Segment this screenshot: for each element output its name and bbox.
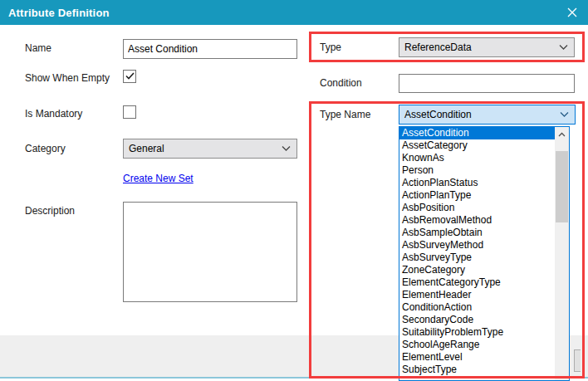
list-item[interactable]: AsbSampleObtain (399, 227, 555, 239)
type-label: Type (320, 42, 341, 53)
show-when-empty-label: Show When Empty (25, 72, 110, 84)
category-selected-value: General (129, 143, 164, 154)
attribute-definition-dialog: Attribute Definition Name Show When Empt… (0, 0, 588, 381)
list-item[interactable]: SubjectType (399, 364, 555, 376)
type-name-select[interactable]: AssetCondition (399, 105, 576, 125)
show-when-empty-checkbox[interactable] (123, 70, 136, 83)
chevron-down-icon (560, 112, 569, 118)
type-name-dropdown-items: AssetCondition AssetCategory KnownAs Per… (399, 127, 555, 380)
list-item[interactable]: AsbPosition (399, 202, 555, 214)
chevron-down-icon (282, 146, 291, 152)
category-select[interactable]: General (123, 139, 297, 159)
category-label: Category (25, 143, 66, 154)
type-name-selected-value: AssetCondition (404, 109, 472, 120)
list-item[interactable]: AssetCategory (399, 139, 555, 152)
list-item[interactable]: ElementLevel (399, 351, 555, 364)
close-button[interactable] (560, 0, 585, 25)
is-mandatory-checkbox[interactable] (123, 105, 136, 119)
check-icon (125, 72, 135, 80)
list-item[interactable]: AssetCondition (399, 127, 555, 139)
close-icon (567, 7, 577, 17)
list-item[interactable]: SuitabilityProblemType (399, 326, 555, 339)
type-name-dropdown-list: AssetCondition AssetCategory KnownAs Per… (399, 126, 570, 381)
list-item[interactable]: AsbSurveyType (399, 252, 555, 264)
create-new-set-link[interactable]: Create New Set (123, 173, 194, 184)
list-item[interactable]: ActionPlanStatus (399, 177, 555, 189)
list-item[interactable]: ElementCategoryType (399, 276, 555, 289)
scroll-up-button[interactable] (555, 127, 569, 141)
type-select[interactable]: ReferenceData (399, 37, 575, 57)
list-item[interactable]: SecondaryCode (399, 314, 555, 326)
list-item[interactable]: AsbRemovalMethod (399, 214, 555, 227)
list-item[interactable]: ElementHeader (399, 289, 555, 301)
list-item[interactable]: ConditionAction (399, 301, 555, 314)
dropdown-scrollbar[interactable] (555, 127, 569, 380)
condition-input[interactable] (399, 74, 575, 93)
dialog-title: Attribute Definition (0, 7, 110, 19)
chevron-up-icon (558, 132, 566, 137)
name-input[interactable] (123, 39, 297, 59)
description-textarea[interactable] (123, 202, 297, 302)
title-bar: Attribute Definition (0, 0, 588, 25)
is-mandatory-label: Is Mandatory (25, 108, 82, 120)
list-item[interactable]: AsbSurveyMethod (399, 239, 555, 252)
condition-label: Condition (320, 77, 362, 89)
scrollbar-thumb[interactable] (556, 151, 568, 222)
name-label: Name (25, 42, 51, 54)
list-item[interactable]: ZoneCategory (399, 264, 555, 276)
type-selected-value: ReferenceData (404, 42, 472, 53)
list-item[interactable]: ActionPlanType (399, 189, 555, 202)
list-item[interactable]: KnownAs (399, 152, 555, 164)
chevron-down-icon (559, 45, 568, 51)
partially-hidden-footer-button[interactable] (574, 349, 581, 372)
list-item[interactable]: SchoolAgeRange (399, 339, 555, 351)
list-item[interactable]: Person (399, 164, 555, 177)
type-name-label: Type Name (320, 109, 370, 120)
description-label: Description (25, 205, 75, 217)
